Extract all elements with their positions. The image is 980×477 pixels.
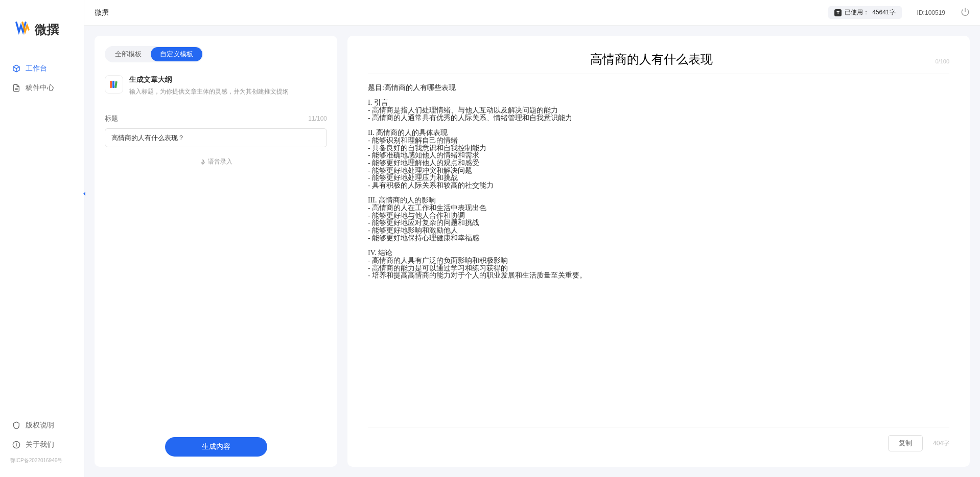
template-desc: 输入标题，为你提供文章主体的灵感，并为其创建推文提纲 [129,87,327,96]
output-footer: 复制 404字 [368,427,949,451]
title-char-count: 11/100 [308,115,327,122]
output-title: 高情商的人有什么表现 [368,51,935,67]
tab-custom-templates[interactable]: 自定义模板 [151,47,202,61]
svg-rect-5 [112,81,114,88]
icp-text: 鄂ICP备2022016946号 [0,455,84,467]
logo-icon [15,20,30,38]
svg-point-2 [16,443,17,443]
footer-item-copyright[interactable]: 版权说明 [0,416,84,435]
form-section: 标题 11/100 语音录入 [105,114,327,166]
main-container: 全部模板 自定义模板 生成文章大纲 输入标题，为你提供文章主体的灵感，并为其创建… [84,26,980,477]
output-word-count: 404字 [933,439,949,448]
sidebar-item-label: 工作台 [26,64,47,73]
copy-button[interactable]: 复制 [888,435,923,451]
footer-item-label: 关于我们 [26,440,54,449]
info-icon [12,441,20,449]
sidebar-footer: 版权说明 关于我们 鄂ICP备2022016946号 [0,416,84,477]
output-header-count: 0/100 [935,58,949,64]
logo[interactable]: 微撰 [0,0,84,59]
left-panel: 全部模板 自定义模板 生成文章大纲 输入标题，为你提供文章主体的灵感，并为其创建… [95,36,337,467]
voice-input-button[interactable]: 语音录入 [105,157,327,166]
sidebar-item-workspace[interactable]: 工作台 [0,59,84,78]
footer-item-about[interactable]: 关于我们 [0,435,84,455]
tab-all-templates[interactable]: 全部模板 [106,47,151,61]
header-right: T 已使用： 45641字 ID:100519 [828,6,970,19]
spacer [105,166,327,437]
output-header: 高情商的人有什么表现 0/100 [368,51,949,74]
usage-value: 45641字 [872,8,895,17]
shield-icon [12,421,20,429]
template-card: 生成文章大纲 输入标题，为你提供文章主体的灵感，并为其创建推文提纲 [105,73,327,106]
title-input[interactable] [105,128,327,147]
usage-badge[interactable]: T 已使用： 45641字 [828,6,901,19]
title-label: 标题 [105,114,118,123]
logo-text: 微撰 [35,21,59,38]
books-icon [109,79,119,89]
cube-icon [12,64,20,73]
voice-input-label: 语音录入 [208,157,232,166]
user-id: ID:100519 [917,9,945,16]
form-label-row: 标题 11/100 [105,114,327,123]
mic-icon [200,159,206,165]
template-title: 生成文章大纲 [129,75,327,84]
sidebar-item-label: 稿件中心 [26,83,54,93]
footer-item-label: 版权说明 [26,421,54,430]
svg-rect-4 [110,81,112,88]
generate-button[interactable]: 生成内容 [165,437,267,457]
page-title: 微撰 [95,8,109,17]
top-header: 微撰 T 已使用： 45641字 ID:100519 [84,0,980,26]
svg-rect-7 [202,160,203,163]
power-button[interactable] [961,7,970,18]
output-content[interactable]: 题目:高情商的人有哪些表现 I. 引言 - 高情商是指人们处理情绪、与他人互动以… [368,84,949,427]
sidebar: 微撰 工作台 稿件中心 版权说明 [0,0,84,477]
svg-rect-6 [114,81,118,88]
power-icon [961,7,970,16]
document-icon [12,84,20,92]
sidebar-item-drafts[interactable]: 稿件中心 [0,78,84,98]
template-icon [105,75,123,94]
text-icon: T [834,9,842,16]
usage-label: 已使用： [845,8,869,17]
template-tabs: 全部模板 自定义模板 [105,46,203,62]
nav-items: 工作台 稿件中心 [0,59,84,416]
right-panel: 高情商的人有什么表现 0/100 题目:高情商的人有哪些表现 I. 引言 - 高… [347,36,970,467]
template-info: 生成文章大纲 输入标题，为你提供文章主体的灵感，并为其创建推文提纲 [129,75,327,96]
